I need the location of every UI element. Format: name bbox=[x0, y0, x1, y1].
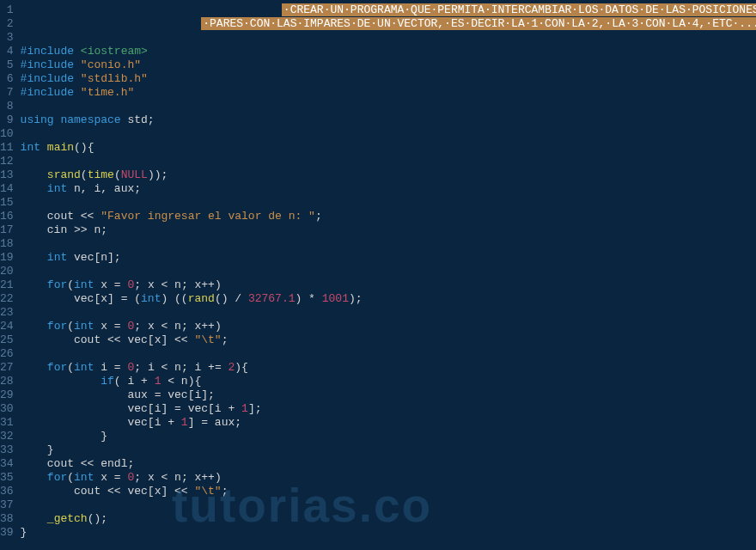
line-number: 30 bbox=[0, 402, 14, 416]
line-number: 2 bbox=[0, 17, 14, 31]
code-area[interactable]: ·CREAR·UN·PROGRAMA·QUE·PERMITA·INTERCAMB… bbox=[21, 3, 756, 540]
code-line[interactable]: vec[i] = vec[i + 1]; bbox=[21, 402, 756, 416]
code-editor[interactable]: 1234567891011121314151617181920212223242… bbox=[0, 0, 756, 540]
line-number: 36 bbox=[0, 485, 14, 498]
code-line[interactable]: srand(time(NULL)); bbox=[21, 168, 756, 182]
line-number: 25 bbox=[0, 333, 14, 347]
code-line[interactable]: for(int i = 0; i < n; i += 2){ bbox=[21, 361, 756, 375]
code-line[interactable]: vec[x] = (int) ((rand() / 32767.1) * 100… bbox=[21, 292, 756, 306]
code-line[interactable]: cout << vec[x] << "\t"; bbox=[21, 333, 756, 347]
line-number: 4 bbox=[0, 45, 14, 58]
line-number: 27 bbox=[0, 361, 14, 375]
code-line[interactable]: cout << "Favor ingresar el valor de n: "… bbox=[21, 210, 756, 223]
line-number: 15 bbox=[0, 196, 14, 210]
code-line[interactable]: } bbox=[21, 443, 756, 457]
line-number: 18 bbox=[0, 237, 14, 251]
code-line[interactable] bbox=[21, 306, 756, 320]
line-number: 10 bbox=[0, 127, 14, 141]
code-line[interactable]: cin >> n; bbox=[21, 223, 756, 237]
code-line[interactable]: #include "stdlib.h" bbox=[21, 72, 756, 86]
code-line[interactable]: int main(){ bbox=[21, 141, 756, 155]
line-number: 17 bbox=[0, 223, 14, 237]
code-line[interactable]: #include <iostream> bbox=[21, 45, 756, 58]
line-number: 28 bbox=[0, 375, 14, 388]
code-line[interactable] bbox=[21, 347, 756, 361]
line-number: 5 bbox=[0, 58, 14, 72]
line-number: 6 bbox=[0, 72, 14, 86]
code-line[interactable]: cout << vec[x] << "\t"; bbox=[21, 485, 756, 498]
code-line[interactable]: #include "time.h" bbox=[21, 86, 756, 100]
code-line[interactable] bbox=[21, 498, 756, 512]
line-number: 9 bbox=[0, 113, 14, 127]
code-line[interactable]: cout << endl; bbox=[21, 457, 756, 471]
line-number: 31 bbox=[0, 416, 14, 430]
line-number: 34 bbox=[0, 457, 14, 471]
line-number: 29 bbox=[0, 388, 14, 402]
code-line[interactable] bbox=[21, 155, 756, 168]
line-number: 14 bbox=[0, 182, 14, 196]
code-line[interactable]: for(int x = 0; x < n; x++) bbox=[21, 320, 756, 333]
line-number: 20 bbox=[0, 265, 14, 278]
code-line[interactable]: #include "conio.h" bbox=[21, 58, 756, 72]
code-line[interactable]: for(int x = 0; x < n; x++) bbox=[21, 471, 756, 485]
code-line[interactable]: } bbox=[21, 526, 756, 540]
line-number: 13 bbox=[0, 168, 14, 182]
line-number: 32 bbox=[0, 430, 14, 443]
code-line[interactable]: _getch(); bbox=[21, 512, 756, 526]
code-line[interactable]: if( i + 1 < n){ bbox=[21, 375, 756, 388]
code-line[interactable] bbox=[21, 237, 756, 251]
code-line[interactable]: aux = vec[i]; bbox=[21, 388, 756, 402]
code-line[interactable]: ·CREAR·UN·PROGRAMA·QUE·PERMITA·INTERCAMB… bbox=[21, 3, 756, 17]
code-line[interactable] bbox=[21, 265, 756, 278]
line-number: 11 bbox=[0, 141, 14, 155]
line-number: 16 bbox=[0, 210, 14, 223]
line-number: 24 bbox=[0, 320, 14, 333]
line-number: 37 bbox=[0, 498, 14, 512]
code-line[interactable] bbox=[21, 127, 756, 141]
code-line[interactable]: int n, i, aux; bbox=[21, 182, 756, 196]
line-number: 3 bbox=[0, 31, 14, 45]
line-number: 23 bbox=[0, 306, 14, 320]
line-number: 7 bbox=[0, 86, 14, 100]
line-number: 33 bbox=[0, 443, 14, 457]
code-line[interactable]: for(int x = 0; x < n; x++) bbox=[21, 278, 756, 292]
code-line[interactable]: ·PARES·CON·LAS·IMPARES·DE·UN·VECTOR,·ES·… bbox=[21, 17, 756, 31]
line-number: 39 bbox=[0, 526, 14, 540]
line-number: 19 bbox=[0, 251, 14, 265]
code-line[interactable]: vec[i + 1] = aux; bbox=[21, 416, 756, 430]
code-line[interactable]: int vec[n]; bbox=[21, 251, 756, 265]
line-number: 22 bbox=[0, 292, 14, 306]
line-number: 26 bbox=[0, 347, 14, 361]
code-line[interactable] bbox=[21, 31, 756, 45]
line-number: 12 bbox=[0, 155, 14, 168]
code-line[interactable]: using namespace std; bbox=[21, 113, 756, 127]
code-line[interactable] bbox=[21, 196, 756, 210]
line-number: 35 bbox=[0, 471, 14, 485]
line-number: 1 bbox=[0, 3, 14, 17]
line-number-gutter: 1234567891011121314151617181920212223242… bbox=[0, 3, 21, 540]
line-number: 38 bbox=[0, 512, 14, 526]
line-number: 21 bbox=[0, 278, 14, 292]
code-line[interactable]: } bbox=[21, 430, 756, 443]
code-line[interactable] bbox=[21, 100, 756, 113]
line-number: 8 bbox=[0, 100, 14, 113]
